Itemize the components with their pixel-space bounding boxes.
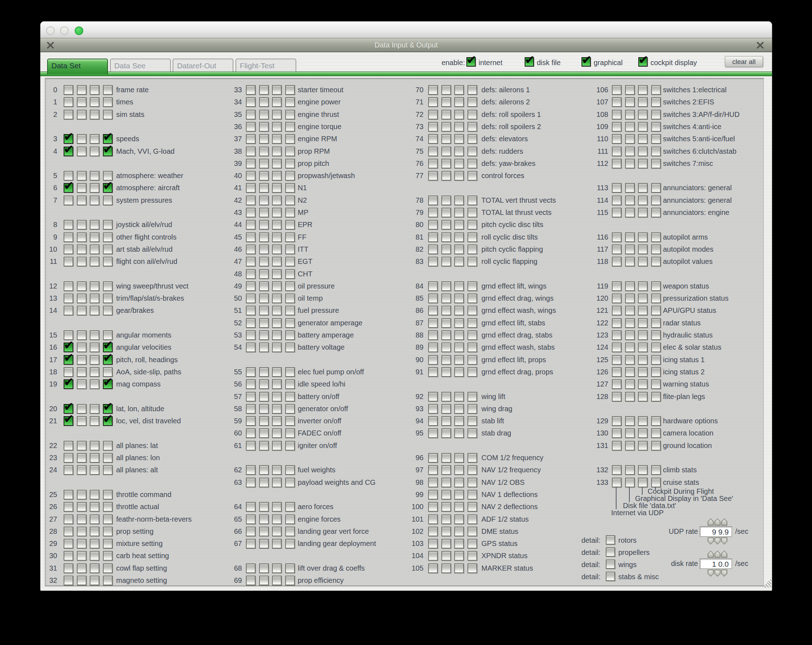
detail-checkbox-wings[interactable] [606,559,615,569]
row-checkbox[interactable] [90,490,99,500]
row-checkbox[interactable] [272,576,282,585]
row-checkbox[interactable] [428,110,438,119]
row-checkbox[interactable] [612,392,621,402]
row-checkbox[interactable] [272,564,282,573]
row-checkbox[interactable] [77,379,87,389]
row-checkbox[interactable] [454,342,464,352]
row-checkbox[interactable] [467,85,477,95]
detail-checkbox-rotors[interactable] [606,535,615,544]
row-checkbox[interactable] [467,220,477,229]
row-checkbox[interactable] [638,183,647,193]
row-checkbox[interactable] [77,465,87,475]
row-checkbox[interactable] [285,208,295,217]
row-checkbox[interactable] [454,97,464,107]
row-checkbox[interactable] [467,134,477,144]
row-checkbox[interactable] [651,441,661,451]
row-checkbox[interactable] [272,122,282,131]
row-checkbox[interactable] [259,293,269,303]
clear-all-button[interactable]: clear all [725,56,763,67]
row-checkbox[interactable] [259,110,269,119]
row-checkbox[interactable] [428,159,438,168]
row-checkbox[interactable] [441,416,451,426]
row-checkbox[interactable] [285,379,295,389]
row-checkbox[interactable] [441,502,451,512]
row-checkbox[interactable] [77,281,87,291]
row-checkbox[interactable] [651,379,661,389]
row-checkbox[interactable] [259,576,269,585]
row-checkbox[interactable] [638,441,647,451]
row-checkbox[interactable] [651,183,661,193]
row-checkbox[interactable] [77,293,87,303]
row-checkbox[interactable] [638,110,647,119]
tab-data-set[interactable]: Data Set [47,59,108,74]
row-checkbox[interactable] [272,465,282,475]
row-checkbox[interactable] [90,416,99,426]
row-checkbox[interactable] [467,232,477,242]
row-checkbox[interactable] [285,220,295,229]
row-checkbox[interactable] [625,281,635,291]
row-checkbox[interactable] [259,208,269,217]
row-checkbox[interactable] [428,515,438,524]
row-checkbox[interactable] [77,196,87,205]
close-icon[interactable] [46,41,55,49]
row-checkbox[interactable] [272,478,282,487]
row-checkbox[interactable] [625,355,635,365]
row-checkbox[interactable] [90,306,99,315]
row-checkbox[interactable] [441,220,451,229]
row-checkbox[interactable] [638,355,647,365]
row-checkbox[interactable] [428,527,438,536]
row-checkbox[interactable] [90,134,99,144]
row-checkbox[interactable] [441,515,451,524]
row-checkbox[interactable] [441,257,451,266]
row-checkbox[interactable] [272,404,282,414]
row-checkbox[interactable] [272,428,282,438]
row-checkbox[interactable] [454,551,464,561]
row-checkbox[interactable] [638,342,647,352]
row-checkbox[interactable] [246,564,255,573]
row-checkbox[interactable] [272,367,282,377]
row-checkbox[interactable] [77,330,87,340]
row-checkbox[interactable] [467,122,477,131]
row-checkbox[interactable] [625,367,635,377]
row-checkbox[interactable] [259,147,269,156]
row-checkbox[interactable] [441,171,451,180]
row-checkbox[interactable] [651,134,661,144]
row-checkbox[interactable] [638,245,647,254]
row-checkbox[interactable] [441,367,451,377]
row-checkbox[interactable] [77,306,87,315]
row-checkbox[interactable] [77,355,87,365]
row-checkbox[interactable] [246,97,255,107]
row-checkbox[interactable] [90,576,99,585]
row-checkbox[interactable] [272,269,282,279]
row-checkbox[interactable] [467,208,477,217]
row-checkbox[interactable] [612,306,621,315]
row-checkbox[interactable] [272,515,282,524]
row-checkbox[interactable] [285,576,295,585]
row-checkbox[interactable] [612,367,621,377]
row-checkbox[interactable] [612,330,621,340]
row-checkbox[interactable] [64,196,73,205]
row-checkbox[interactable] [272,416,282,426]
row-checkbox[interactable] [612,134,621,144]
row-checkbox[interactable] [428,245,438,254]
row-checkbox[interactable] [246,183,255,193]
row-checkbox[interactable] [428,232,438,242]
row-checkbox[interactable] [285,196,295,205]
row-checkbox[interactable] [454,355,464,365]
row-checkbox[interactable] [285,159,295,168]
row-checkbox[interactable] [651,416,661,426]
row-checkbox[interactable] [651,281,661,291]
row-checkbox[interactable] [103,515,113,524]
row-checkbox[interactable] [103,379,113,389]
row-checkbox[interactable] [612,122,621,131]
row-checkbox[interactable] [272,134,282,144]
row-checkbox[interactable] [428,171,438,180]
row-checkbox[interactable] [651,245,661,254]
row-checkbox[interactable] [259,515,269,524]
row-checkbox[interactable] [428,367,438,377]
row-checkbox[interactable] [454,208,464,217]
row-checkbox[interactable] [103,196,113,205]
row-checkbox[interactable] [64,245,73,254]
row-checkbox[interactable] [285,515,295,524]
row-checkbox[interactable] [285,318,295,328]
